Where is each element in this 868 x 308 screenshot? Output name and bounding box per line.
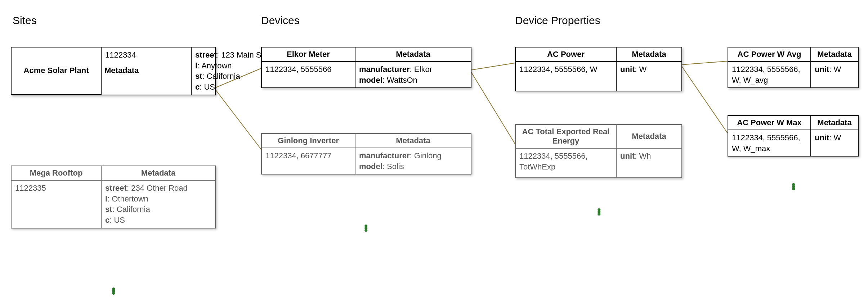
prop-ac-power-meta-hdr: Metadata	[617, 47, 681, 61]
subprop-w-avg-meta-hdr: Metadata	[811, 47, 858, 61]
site-mega: Mega Rooftop Metadata 1122335 street: 23…	[11, 166, 216, 228]
svg-line-3	[470, 70, 515, 144]
site-acme-title: Acme Solar Plant	[12, 47, 102, 94]
device-elkor: Elkor Meter Metadata 1122334, 5555566 ma…	[261, 47, 471, 88]
svg-line-2	[470, 63, 515, 70]
device-elkor-meta-hdr: Metadata	[355, 47, 471, 61]
device-elkor-id: 1122334, 5555566	[262, 62, 355, 87]
ellipsis-icon: •••	[112, 288, 116, 294]
column-title-devices: Devices	[261, 14, 300, 27]
site-mega-meta: street: 234 Other Road l: Othertown st: …	[102, 181, 215, 228]
device-ginlong-meta: manufacturer: Ginlong model: Solis	[355, 148, 471, 174]
prop-ac-energy: AC Total Exported Real Energy Metadata 1…	[515, 124, 682, 178]
ellipsis-icon: •••	[792, 184, 796, 190]
subprop-w-avg-meta: unit: W	[811, 62, 858, 87]
ellipsis-icon: •••	[364, 225, 369, 231]
site-acme-id: 1122334	[102, 47, 192, 95]
subprop-w-avg-id: 1122334, 5555566, W, W_avg	[728, 62, 811, 87]
svg-line-4	[681, 61, 728, 65]
svg-line-1	[214, 88, 261, 149]
subprop-w-avg: AC Power W Avg Metadata 1122334, 5555566…	[728, 47, 859, 88]
device-ginlong-title: Ginlong Inverter	[262, 134, 355, 148]
subprop-w-max: AC Power W Max Metadata 1122334, 5555566…	[728, 115, 859, 157]
prop-ac-energy-id: 1122334, 5555566, TotWhExp	[516, 149, 617, 177]
prop-ac-energy-meta-hdr: Metadata	[617, 125, 681, 148]
device-ginlong-meta-hdr: Metadata	[355, 134, 471, 148]
site-mega-title: Mega Rooftop	[12, 166, 102, 180]
subprop-w-max-meta-hdr: Metadata	[811, 116, 858, 130]
device-ginlong-id: 1122334, 6677777	[262, 148, 355, 174]
subprop-w-max-id: 1122334, 5555566, W, W_max	[728, 130, 811, 156]
device-ginlong: Ginlong Inverter Metadata 1122334, 66777…	[261, 133, 471, 175]
svg-line-5	[681, 65, 728, 133]
prop-ac-power-title: AC Power	[516, 47, 617, 61]
prop-ac-power: AC Power Metadata 1122334, 5555566, W un…	[515, 47, 682, 91]
subprop-w-max-meta: unit: W	[811, 130, 858, 156]
column-title-sites: Sites	[13, 14, 37, 27]
site-mega-id: 1122335	[12, 181, 102, 228]
device-elkor-title: Elkor Meter	[262, 47, 355, 61]
device-elkor-meta: manufacturer: Elkor model: WattsOn	[355, 62, 471, 87]
prop-ac-energy-title: AC Total Exported Real Energy	[516, 125, 617, 148]
prop-ac-power-id: 1122334, 5555566, W	[516, 62, 617, 91]
site-mega-meta-hdr: Metadata	[102, 166, 215, 180]
subprop-w-avg-title: AC Power W Avg	[728, 47, 811, 61]
column-title-device-properties: Device Properties	[515, 14, 600, 27]
prop-ac-energy-meta: unit: Wh	[617, 149, 681, 177]
prop-ac-power-meta: unit: W	[617, 62, 681, 91]
subprop-w-max-title: AC Power W Max	[728, 116, 811, 130]
ellipsis-icon: •••	[597, 209, 602, 215]
site-acme: Acme Solar Plant Metadata 1122334 street…	[11, 47, 216, 95]
